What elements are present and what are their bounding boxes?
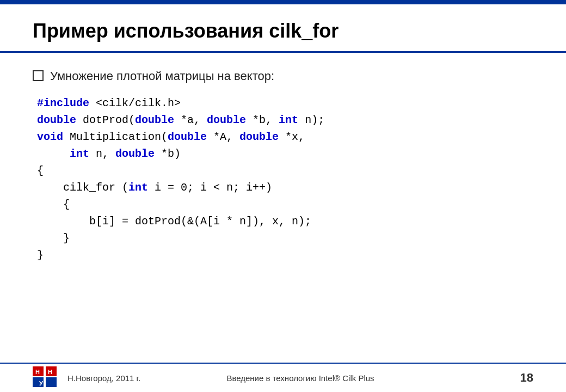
code-line-6: cilk_for (int i = 0; i < n; i++) [37, 179, 533, 196]
code-multiplication-sig: Multiplication( [63, 131, 168, 143]
code-line-10: } [37, 247, 533, 264]
code-open-brace-1: { [37, 164, 44, 177]
code-line-1: #include <cilk/cilk.h> [37, 95, 533, 112]
code-body: b[i] = dotProd(&(A[i * n]), x, n); [37, 215, 311, 228]
code-cilkfor-rest: i = 0; i < n; i++) [148, 181, 272, 194]
code-dotprod-sig: dotProd( [76, 114, 135, 126]
keyword-double-4: double [168, 131, 207, 143]
slide-title: Пример использования cilk_for [33, 20, 339, 42]
code-block: #include <cilk/cilk.h> double dotProd(do… [37, 95, 533, 264]
checkbox-icon [33, 70, 44, 81]
slide: Пример использования cilk_for Умножение … [0, 0, 566, 392]
footer: H H У Н.Новгород, 2011 г. Введение в тех… [0, 363, 566, 392]
code-include-path: <cilk/cilk.h> [89, 97, 181, 109]
svg-rect-3 [46, 377, 57, 387]
bullet-row: Умножение плотной матрицы на вектор: [33, 68, 533, 85]
keyword-double-3: double [207, 114, 246, 126]
keyword-int-1: int [279, 114, 298, 126]
code-line-8: b[i] = dotProd(&(A[i * n]), x, n); [37, 213, 533, 230]
code-param-b: *b, [246, 114, 279, 126]
footer-course-title: Введение в технологию Intel® Cilk Plus [184, 373, 417, 383]
svg-text:H: H [48, 369, 52, 375]
code-param-n2: n, [89, 148, 115, 160]
svg-text:H: H [35, 369, 40, 375]
keyword-double-1: double [37, 114, 76, 126]
footer-page-number: 18 [417, 371, 533, 385]
code-line-2: double dotProd(double *a, double *b, int… [37, 112, 533, 128]
code-param-n: n); [298, 114, 324, 126]
code-param-A: *A, [207, 131, 239, 143]
code-close-brace-1: } [37, 232, 70, 244]
code-line-4: int n, double *b) [37, 145, 533, 162]
keyword-void: void [37, 131, 63, 143]
keyword-double-6: double [115, 148, 155, 160]
code-line-7: { [37, 196, 533, 213]
code-line-9: } [37, 230, 533, 247]
code-cilkfor-pre: cilk_for ( [37, 181, 128, 194]
header: Пример использования cilk_for [0, 4, 566, 53]
keyword-double-2: double [135, 114, 174, 126]
keyword-double-5: double [239, 131, 279, 143]
bullet-text: Умножение плотной матрицы на вектор: [50, 68, 274, 85]
code-line-3: void Multiplication(double *A, double *x… [37, 128, 533, 145]
footer-location: Н.Новгород, 2011 г. [67, 373, 184, 383]
code-param-a: *a, [174, 114, 207, 126]
svg-text:У: У [39, 380, 43, 387]
code-close-brace-2: } [37, 249, 44, 261]
code-open-brace-2: { [37, 198, 70, 211]
code-param-b2: *b) [155, 148, 181, 160]
content-area: Умножение плотной матрицы на вектор: #in… [0, 53, 566, 363]
top-accent-bar [0, 0, 566, 4]
nnu-logo-icon: H H У [33, 366, 57, 387]
keyword-int-3: int [128, 181, 148, 194]
logo: H H У [33, 366, 57, 389]
code-param-x: *x, [279, 131, 305, 143]
code-line-5: { [37, 162, 533, 179]
keyword-int-2: int [70, 148, 89, 160]
keyword-include: #include [37, 97, 89, 109]
